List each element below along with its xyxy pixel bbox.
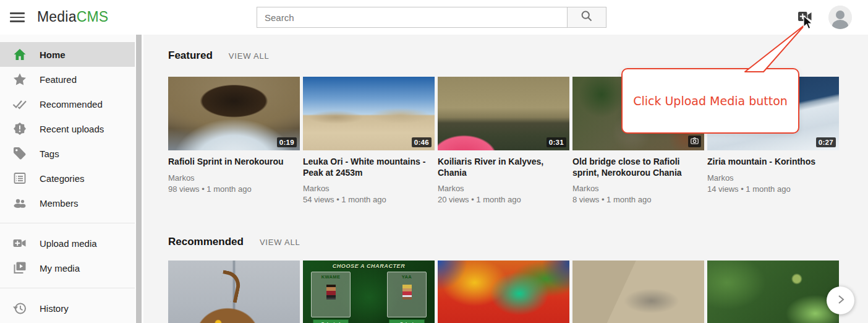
media-card[interactable]: 0:46 Leuka Ori - White mountains - Peak … <box>303 77 435 205</box>
duration-badge: 0:19 <box>277 137 297 147</box>
duration-badge: 0:31 <box>547 137 566 147</box>
game-character-name: KWAME <box>312 274 350 280</box>
search-button[interactable] <box>567 7 606 28</box>
media-thumbnail[interactable]: CHOOSE A CHARACTER KWAME YAA Selected Se… <box>303 261 435 323</box>
categories-icon <box>12 171 27 186</box>
history-icon <box>12 301 27 316</box>
media-meta: 98 views • 1 month ago <box>168 184 300 195</box>
sidebar-scrollbar-thumb[interactable] <box>136 30 142 323</box>
media-title[interactable]: Leuka Ori - White mountains - Peak at 24… <box>303 157 435 178</box>
star-icon <box>12 72 27 87</box>
media-thumbnail[interactable]: 0:31 <box>438 77 569 150</box>
media-meta: 54 views • 1 month ago <box>303 194 435 205</box>
sidebar-item-recent-uploads[interactable]: Recent uploads <box>0 116 135 141</box>
media-author[interactable]: Markos <box>707 173 839 184</box>
media-card[interactable] <box>438 261 569 323</box>
game-selected-button: Selected <box>313 319 349 323</box>
chevron-right-icon <box>835 294 846 308</box>
game-thumb-panel: YAA <box>387 272 427 317</box>
sidebar-divider <box>0 223 135 223</box>
media-title[interactable]: Ziria mountain - Korinthos <box>707 157 839 168</box>
media-meta: 14 views • 1 month ago <box>707 184 839 195</box>
featured-view-all-link[interactable]: VIEW ALL <box>229 51 270 61</box>
media-card[interactable] <box>572 261 704 323</box>
sidebar-item-upload-media[interactable]: Upload media <box>0 231 135 256</box>
media-author[interactable]: Markos <box>438 183 569 194</box>
search-bar <box>257 7 606 28</box>
tutorial-callout: Click Upload Media button <box>621 68 799 134</box>
sidebar-item-featured[interactable]: Featured <box>0 67 135 92</box>
sidebar-item-recommended[interactable]: Recommended <box>0 92 135 116</box>
duration-badge: 0:46 <box>412 137 432 147</box>
media-card[interactable]: 0:19 Rafioli Sprint in Nerokourou Markos… <box>168 77 300 195</box>
media-card[interactable] <box>168 261 300 323</box>
featured-section-header: Featured VIEW ALL <box>168 50 269 62</box>
recommended-row: CHOOSE A CHARACTER KWAME YAA Selected Se… <box>168 261 868 323</box>
sidebar-item-label: Recent uploads <box>40 124 104 134</box>
sidebar-item-label: My media <box>40 263 80 273</box>
sidebar-item-label: History <box>40 303 69 314</box>
media-thumbnail[interactable] <box>572 261 704 323</box>
media-thumbnail[interactable]: 0:19 <box>168 77 300 150</box>
mouse-cursor-icon <box>803 15 813 30</box>
logo-cms: CMS <box>77 9 109 25</box>
next-carousel-button[interactable] <box>827 286 854 314</box>
media-author[interactable]: Markos <box>168 173 300 184</box>
hamburger-menu-icon[interactable] <box>10 11 25 24</box>
media-card[interactable]: CHOOSE A CHARACTER KWAME YAA Selected Se… <box>303 261 435 323</box>
sidebar-item-label: Upload media <box>40 238 97 249</box>
game-character-name: YAA <box>388 274 426 280</box>
sidebar-item-label: Tags <box>40 149 59 159</box>
game-select-button: Select <box>389 319 425 323</box>
media-author[interactable]: Markos <box>572 183 704 194</box>
sidebar-item-categories[interactable]: Categories <box>0 166 135 191</box>
media-title[interactable]: Rafioli Sprint in Nerokourou <box>168 157 300 168</box>
media-thumbnail[interactable] <box>438 261 569 323</box>
camera-icon <box>691 137 699 145</box>
recommended-section-title: Recommended <box>168 236 244 248</box>
sidebar-item-label: Featured <box>40 74 77 85</box>
home-icon <box>12 47 27 62</box>
sidebar-item-label: Recommended <box>40 99 103 110</box>
upload-media-icon <box>12 236 27 251</box>
my-media-icon <box>12 261 27 275</box>
recommended-section-header: Recommended VIEW ALL <box>168 236 300 248</box>
app-logo[interactable]: MediaCMS <box>37 9 108 25</box>
image-type-badge <box>688 136 701 147</box>
media-thumbnail[interactable] <box>168 261 300 323</box>
sidebar: Home Featured Recommended Recent uploads… <box>0 35 135 323</box>
double-check-icon <box>12 97 27 111</box>
sidebar-item-label: Categories <box>40 173 85 184</box>
media-author[interactable]: Markos <box>303 183 435 194</box>
media-meta: 8 views • 1 month ago <box>572 194 704 205</box>
sidebar-item-home[interactable]: Home <box>0 42 135 67</box>
sidebar-item-label: Members <box>40 198 79 209</box>
sidebar-item-members[interactable]: Members <box>0 191 135 215</box>
recommended-view-all-link[interactable]: VIEW ALL <box>260 238 300 247</box>
media-thumbnail[interactable]: 0:46 <box>303 77 435 150</box>
sidebar-item-my-media[interactable]: My media <box>0 256 135 280</box>
tag-icon <box>12 146 27 161</box>
media-card[interactable]: 0:31 Koiliaris River in Kalyves, Chania … <box>438 77 569 205</box>
sidebar-item-label: Home <box>40 50 66 60</box>
game-character-sprite <box>402 285 412 299</box>
search-icon <box>581 10 593 25</box>
media-title[interactable]: Koiliaris River in Kalyves, Chania <box>438 157 569 178</box>
callout-text: Click Upload Media button <box>633 94 788 108</box>
media-thumbnail[interactable] <box>707 261 839 323</box>
user-avatar[interactable] <box>828 6 852 29</box>
sidebar-item-history[interactable]: History <box>0 296 135 321</box>
sidebar-divider <box>0 288 135 288</box>
sidebar-item-tags[interactable]: Tags <box>0 141 135 166</box>
new-releases-icon <box>12 121 27 136</box>
callout-pointer <box>730 21 810 73</box>
game-character-sprite <box>326 285 336 299</box>
game-thumb-heading: CHOOSE A CHARACTER <box>303 263 435 269</box>
media-title[interactable]: Old bridge close to Rafioli sprint, Nero… <box>572 157 704 178</box>
logo-media: Media <box>37 9 77 25</box>
members-icon <box>12 196 27 210</box>
search-input[interactable] <box>257 7 567 28</box>
media-card[interactable] <box>707 261 839 323</box>
game-thumb-panel: KWAME <box>311 272 351 317</box>
media-meta: 20 views • 1 month ago <box>438 194 569 205</box>
